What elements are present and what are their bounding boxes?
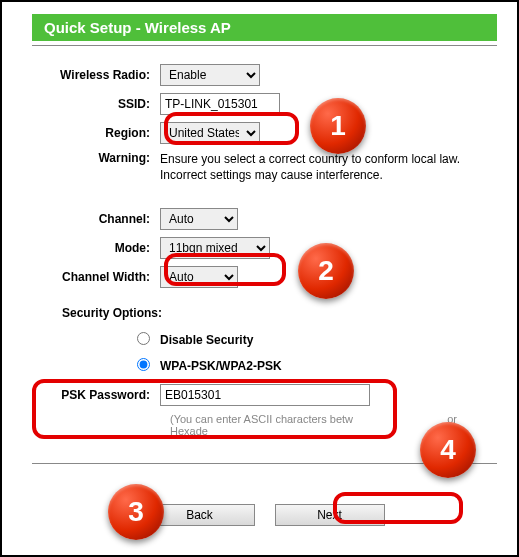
- divider-bottom: [32, 463, 497, 464]
- select-wireless-radio[interactable]: Enable: [160, 64, 260, 86]
- input-psk-password[interactable]: [160, 384, 370, 406]
- input-ssid[interactable]: [160, 93, 280, 115]
- select-channel-width[interactable]: Auto: [160, 266, 238, 288]
- psk-hint: (You can enter ASCII characters betw XXX…: [170, 413, 497, 437]
- label-wpa-psk: WPA-PSK/WPA2-PSK: [160, 359, 282, 373]
- label-channel-width: Channel Width:: [32, 270, 160, 284]
- security-options-heading: Security Options:: [62, 306, 497, 320]
- radio-wpa-psk[interactable]: [137, 358, 150, 371]
- row-channel: Channel: Auto: [32, 208, 497, 230]
- row-disable-security: Disable Security: [32, 332, 497, 348]
- row-wireless-radio: Wireless Radio: Enable: [32, 64, 497, 86]
- label-wireless-radio: Wireless Radio:: [32, 68, 160, 82]
- divider: [32, 45, 497, 46]
- back-button[interactable]: Back: [145, 504, 255, 526]
- page-title: Quick Setup - Wireless AP: [32, 14, 497, 41]
- row-warning: Warning: Ensure you select a correct cou…: [32, 151, 497, 183]
- radio-disable-security[interactable]: [137, 332, 150, 345]
- row-psk-password: PSK Password:: [32, 384, 497, 406]
- row-mode: Mode: 11bgn mixed: [32, 237, 497, 259]
- label-ssid: SSID:: [32, 97, 160, 111]
- warning-text: Ensure you select a correct country to c…: [160, 151, 490, 183]
- label-warning: Warning:: [32, 151, 160, 165]
- next-button[interactable]: Next: [275, 504, 385, 526]
- row-region: Region: United States: [32, 122, 497, 144]
- row-channel-width: Channel Width: Auto: [32, 266, 497, 288]
- label-region: Region:: [32, 126, 160, 140]
- label-channel: Channel:: [32, 212, 160, 226]
- label-mode: Mode:: [32, 241, 160, 255]
- select-region[interactable]: United States: [160, 122, 260, 144]
- row-wpa-psk: WPA-PSK/WPA2-PSK: [32, 358, 497, 374]
- row-ssid: SSID:: [32, 93, 497, 115]
- button-row: Back Next: [32, 504, 497, 526]
- label-disable-security: Disable Security: [160, 333, 253, 347]
- select-mode[interactable]: 11bgn mixed: [160, 237, 270, 259]
- select-channel[interactable]: Auto: [160, 208, 238, 230]
- label-psk-password: PSK Password:: [32, 388, 160, 402]
